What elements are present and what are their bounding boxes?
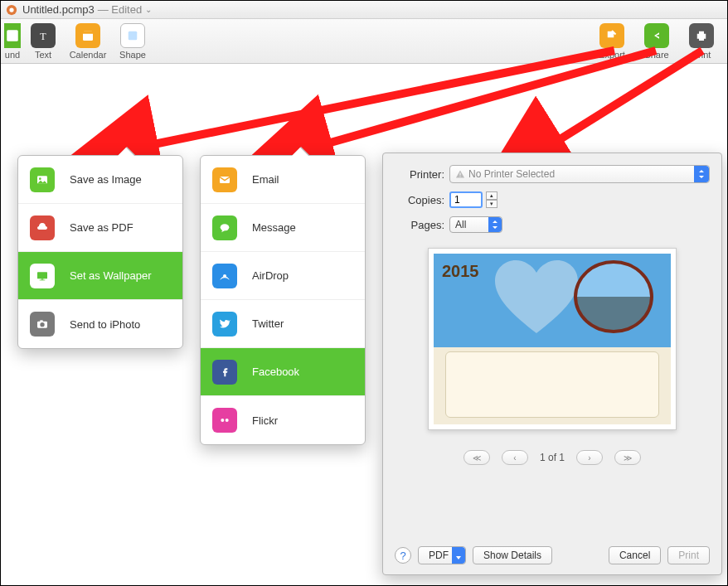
share-icon bbox=[644, 23, 669, 48]
toolbar-print[interactable]: Print bbox=[679, 23, 724, 60]
svg-rect-6 bbox=[129, 31, 138, 40]
svg-rect-9 bbox=[699, 37, 704, 41]
print-dialog: Printer: No Printer Selected Copies: ▴▾ … bbox=[382, 153, 722, 575]
share-email[interactable]: Email bbox=[201, 156, 365, 204]
share-flickr[interactable]: Flickr bbox=[201, 396, 365, 444]
toolbar-shape[interactable]: Shape bbox=[110, 23, 155, 60]
menu-label: Set as Wallpaper bbox=[70, 269, 152, 282]
preview-oval-shape bbox=[574, 260, 653, 333]
export-popover: Save as Image Save as PDF Set as Wallpap… bbox=[17, 155, 183, 349]
svg-point-25 bbox=[226, 419, 229, 422]
menu-label: Message bbox=[252, 221, 296, 234]
dropdown-cap-icon bbox=[694, 166, 709, 182]
share-airdrop[interactable]: AirDrop bbox=[201, 252, 365, 300]
svg-rect-17 bbox=[40, 279, 46, 280]
shape-icon bbox=[120, 23, 145, 48]
menu-label: Send to iPhoto bbox=[70, 318, 140, 331]
iphoto-icon bbox=[30, 312, 55, 337]
pager: ≪ ‹ 1 of 1 › ≫ bbox=[395, 450, 710, 465]
app-icon bbox=[6, 4, 17, 16]
pdf-dropdown[interactable]: PDF bbox=[418, 546, 466, 564]
preview-year: 2015 bbox=[442, 262, 479, 281]
airdrop-icon bbox=[212, 264, 237, 288]
svg-point-24 bbox=[221, 419, 224, 422]
message-icon bbox=[212, 216, 237, 240]
svg-rect-20 bbox=[40, 320, 42, 322]
svg-point-14 bbox=[39, 177, 41, 180]
flickr-icon bbox=[212, 408, 237, 433]
share-message[interactable]: Message bbox=[201, 204, 365, 252]
dropdown-cap-icon bbox=[452, 547, 465, 564]
toolbar-text[interactable]: T Text bbox=[21, 23, 66, 60]
page-next-button[interactable]: › bbox=[576, 450, 603, 465]
image-icon bbox=[30, 167, 55, 192]
warning-icon bbox=[455, 169, 465, 179]
page-indicator: 1 of 1 bbox=[540, 452, 565, 463]
svg-point-19 bbox=[40, 322, 44, 327]
menu-label: Flickr bbox=[252, 414, 278, 427]
preview-calendar-shape bbox=[445, 351, 659, 418]
show-details-button[interactable]: Show Details bbox=[473, 546, 552, 564]
toolbar: und T Text Calendar Shape Export Share P… bbox=[1, 19, 727, 64]
background-icon bbox=[4, 23, 21, 48]
dropdown-cap-icon bbox=[488, 217, 502, 232]
svg-rect-8 bbox=[699, 31, 704, 34]
svg-text:T: T bbox=[40, 30, 46, 41]
twitter-icon bbox=[212, 312, 237, 337]
export-save-image[interactable]: Save as Image bbox=[18, 156, 182, 204]
svg-point-22 bbox=[221, 224, 230, 230]
export-save-pdf[interactable]: Save as PDF bbox=[18, 204, 182, 252]
printer-select[interactable]: No Printer Selected bbox=[449, 165, 710, 183]
print-button[interactable]: Print bbox=[667, 546, 710, 564]
print-preview: 2015 bbox=[428, 248, 677, 430]
svg-rect-5 bbox=[83, 31, 93, 33]
pages-label: Pages: bbox=[395, 219, 449, 231]
menu-label: Email bbox=[252, 173, 279, 186]
toolbar-calendar[interactable]: Calendar bbox=[66, 23, 110, 60]
share-facebook[interactable]: Facebook bbox=[201, 348, 365, 396]
help-button[interactable]: ? bbox=[395, 547, 411, 564]
title-dropdown-icon[interactable]: ⌄ bbox=[145, 5, 152, 14]
svg-rect-26 bbox=[460, 173, 461, 176]
facebook-icon bbox=[212, 360, 237, 385]
printer-label: Printer: bbox=[395, 168, 449, 181]
menu-label: Save as Image bbox=[70, 173, 142, 186]
svg-rect-15 bbox=[37, 272, 47, 278]
share-popover: Email Message AirDrop Twitter Facebook F… bbox=[200, 155, 366, 445]
printer-value: No Printer Selected bbox=[468, 168, 555, 180]
text-icon: T bbox=[31, 23, 56, 48]
wallpaper-icon bbox=[30, 264, 55, 288]
pdf-icon bbox=[30, 216, 55, 240]
copies-input[interactable] bbox=[449, 191, 483, 208]
menu-label: Save as PDF bbox=[70, 221, 133, 234]
print-icon bbox=[689, 23, 714, 48]
toolbar-export[interactable]: Export bbox=[590, 23, 634, 60]
export-icon bbox=[599, 23, 624, 48]
copies-stepper[interactable]: ▴▾ bbox=[486, 191, 497, 208]
preview-heart-shape bbox=[495, 260, 578, 335]
document-title: Untitled.pcmp3 bbox=[22, 3, 95, 16]
page-last-button[interactable]: ≫ bbox=[614, 450, 641, 465]
svg-rect-27 bbox=[460, 177, 461, 177]
svg-point-1 bbox=[9, 7, 13, 12]
email-icon bbox=[212, 167, 237, 192]
svg-rect-16 bbox=[41, 278, 44, 279]
export-set-wallpaper[interactable]: Set as Wallpaper bbox=[18, 252, 182, 300]
window-titlebar: Untitled.pcmp3 — Edited ⌄ bbox=[1, 1, 727, 19]
share-twitter[interactable]: Twitter bbox=[201, 300, 365, 348]
calendar-icon bbox=[75, 23, 100, 48]
cancel-button[interactable]: Cancel bbox=[609, 546, 661, 564]
menu-label: Twitter bbox=[252, 317, 284, 330]
page-first-button[interactable]: ≪ bbox=[463, 450, 490, 465]
toolbar-share[interactable]: Share bbox=[634, 23, 679, 60]
export-send-iphoto[interactable]: Send to iPhoto bbox=[18, 300, 182, 348]
menu-label: AirDrop bbox=[252, 269, 289, 282]
page-prev-button[interactable]: ‹ bbox=[502, 450, 528, 465]
svg-rect-2 bbox=[7, 30, 18, 41]
menu-label: Facebook bbox=[252, 366, 299, 378]
toolbar-background[interactable]: und bbox=[4, 23, 21, 60]
copies-label: Copies: bbox=[395, 194, 449, 206]
edited-indicator: — Edited bbox=[98, 3, 142, 16]
pages-select[interactable]: All bbox=[449, 216, 502, 233]
pages-value: All bbox=[455, 219, 466, 230]
